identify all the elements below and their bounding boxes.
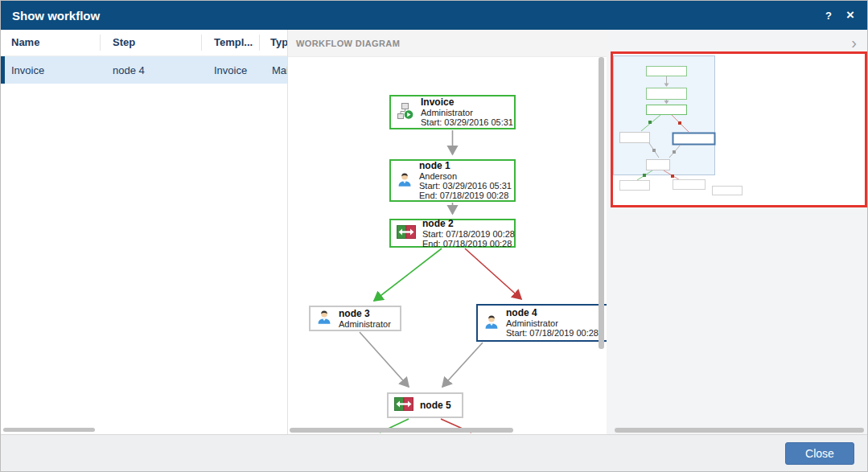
node-start: Start: 07/18/2019 00:28 <box>422 229 515 239</box>
column-header-name[interactable]: Name <box>1 35 101 51</box>
node-title: node 4 <box>506 308 599 318</box>
diagram-canvas[interactable]: InvoiceAdministratorStart: 03/29/2016 05… <box>288 57 607 434</box>
table-row[interactable]: Invoice node 4 Invoice Mai <box>1 56 287 84</box>
node-user: Anderson <box>419 171 512 181</box>
workflow-minimap[interactable] <box>613 54 865 205</box>
node-title: node 1 <box>419 161 512 171</box>
node-title: node 5 <box>420 400 451 411</box>
node-2[interactable]: node 2Start: 07/18/2019 00:28End: 07/18/… <box>389 219 516 248</box>
close-button[interactable]: Close <box>785 442 854 465</box>
node-3[interactable]: node 3Administrator <box>309 306 401 331</box>
dialog-footer: Close <box>1 434 867 471</box>
cell-name: Invoice <box>5 64 101 76</box>
cell-type: Mai <box>260 64 287 76</box>
node-title: Invoice <box>421 97 513 108</box>
titlebar-icons: ? × <box>825 9 867 22</box>
overview-horizontal-scrollbar[interactable] <box>615 428 864 433</box>
diagram-horizontal-scrollbar[interactable] <box>290 428 513 433</box>
person-icon <box>397 171 413 191</box>
person-icon <box>316 309 332 328</box>
show-workflow-dialog: Show workflow ? × Name Step Templ... Typ… <box>0 0 868 472</box>
cell-template: Invoice <box>202 64 260 76</box>
node-end: End: 07/18/2019 00:28 <box>422 239 515 248</box>
node-user: Administrator <box>421 108 513 117</box>
node-5[interactable]: node 5 <box>387 392 463 418</box>
workflow-table-panel: Name Step Templ... Typ Invoice node 4 In… <box>1 30 288 434</box>
highlight-box <box>611 51 867 207</box>
dialog-title: Show workflow <box>1 9 825 23</box>
node-user: Administrator <box>339 319 391 329</box>
dialog-body: Name Step Templ... Typ Invoice node 4 In… <box>1 30 867 434</box>
help-icon[interactable]: ? <box>825 10 832 22</box>
decision-split-icon <box>397 225 416 242</box>
node-end: End: 07/18/2019 00:28 <box>419 191 512 200</box>
titlebar: Show workflow ? × <box>1 1 867 30</box>
node-title: node 2 <box>422 219 515 229</box>
workflow-diagram-panel: WORKFLOW DIAGRAM <box>288 30 607 434</box>
column-header-step[interactable]: Step <box>101 35 202 51</box>
node-invoice[interactable]: InvoiceAdministratorStart: 03/29/2016 05… <box>389 95 516 129</box>
node-user: Administrator <box>506 318 599 328</box>
workflow-start-icon <box>397 102 414 123</box>
column-header-template[interactable]: Templ... <box>202 35 260 51</box>
node-start: Start: 03/29/2016 05:31 <box>421 117 513 127</box>
diagram-header: WORKFLOW DIAGRAM <box>288 30 607 57</box>
diagram-vertical-scrollbar[interactable] <box>599 57 604 349</box>
table-header: Name Step Templ... Typ <box>1 30 287 56</box>
person-icon <box>483 314 500 333</box>
close-icon[interactable]: × <box>846 9 854 22</box>
column-header-type[interactable]: Typ <box>260 35 287 51</box>
cell-step: node 4 <box>101 64 202 76</box>
overview-panel: › <box>607 30 867 434</box>
node-4[interactable]: node 4AdministratorStart: 07/18/2019 00:… <box>476 304 607 342</box>
node-title: node 3 <box>339 309 391 319</box>
table-horizontal-scrollbar[interactable] <box>3 428 95 432</box>
node-start: Start: 03/29/2016 05:31 <box>419 181 512 191</box>
node-start: Start: 07/18/2019 00:28 <box>506 328 599 338</box>
decision-split-icon <box>394 397 413 414</box>
chevron-right-icon[interactable]: › <box>851 35 857 51</box>
diagram-header-label: WORKFLOW DIAGRAM <box>288 39 400 48</box>
node-1[interactable]: node 1AndersonStart: 03/29/2016 05:31End… <box>389 159 516 202</box>
